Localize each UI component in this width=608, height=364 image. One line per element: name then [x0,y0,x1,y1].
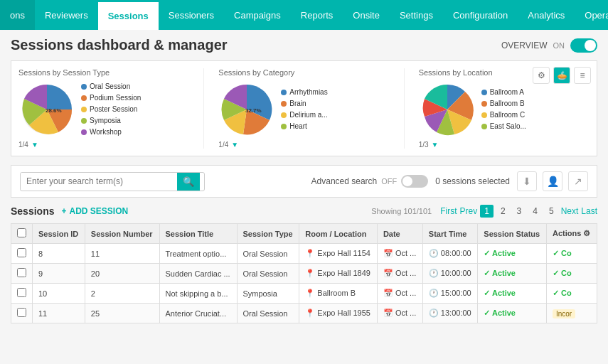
chart-category-nav-down[interactable]: ▼ [231,141,238,149]
select-all-checkbox[interactable] [17,228,26,237]
nav-item-operation[interactable]: Operation [575,0,608,30]
row-status: ✓ Active [478,244,547,264]
row-session-id: 8 [33,244,85,264]
row-session-type: Oral Session [237,244,299,264]
row-action: Incor [546,304,597,323]
table-row: 9 20 Sudden Cardiac ... Oral Session 📍 E… [11,264,597,284]
page-header: Sessions dashboard & manager OVERVIEW ON [11,37,597,53]
header-date: Date [377,224,422,244]
page-5[interactable]: 5 [545,205,558,218]
legend-location: Ballroom A Ballroom B Ballroom C East Sa… [481,87,526,132]
user-icon-btn[interactable]: 👤 [543,171,562,191]
page-title: Sessions dashboard & manager [11,37,228,53]
row-session-type: Oral Session [237,264,299,284]
showing-info: Showing 101/101 [371,207,432,215]
row-start-time: 🕐 15:00:00 [422,284,478,304]
header-start-time: Start Time [422,224,478,244]
nav-item-sessions[interactable]: Sessions [98,0,159,30]
list-view-btn[interactable]: ≡ [574,67,591,84]
advanced-search-toggle[interactable] [401,175,428,188]
header-session-status: Session Status [478,224,547,244]
page-4[interactable]: 4 [528,205,542,218]
row-session-type: Oral Session [237,304,299,323]
chart-type-title: Sessions by Session Type [18,68,189,77]
row-checkbox[interactable] [11,284,33,304]
sessions-table: Session ID Session Number Session Title … [11,223,597,323]
nav-item-sessioners[interactable]: Sessioners [159,0,224,30]
overview-toggle-switch[interactable] [570,38,597,53]
row-action: ✓ Co [546,284,597,304]
last-page-link[interactable]: Last [581,206,597,216]
overview-toggle-area: OVERVIEW ON [501,38,597,53]
chart-type-nav-down[interactable]: ▼ [31,141,38,149]
legend-category: Arrhythmias Brain Delirium a... Heart [281,87,327,132]
row-session-number: 25 [85,304,159,323]
nav-item-analytics[interactable]: Analytics [518,0,575,30]
page-1[interactable]: 1 [480,205,494,218]
header-session-id: Session ID [33,224,85,244]
row-checkbox[interactable] [11,264,33,284]
page-3[interactable]: 3 [513,205,526,218]
chart-category-nav-label: 1/4 [218,141,228,149]
chart-session-type: Sessions by Session Type 28.6% [18,68,189,149]
nav-item-configuration[interactable]: Configuration [443,0,518,30]
nav-item-ons[interactable]: ons [0,0,35,30]
chart-location-nav-down[interactable]: ▼ [432,141,439,149]
row-date: 📅 Oct ... [377,284,422,304]
row-action: ✓ Co [546,264,597,284]
overview-on-label: ON [553,41,565,50]
legend-session-type: Oral Session Podium Session Poster Sessi… [81,81,141,138]
sessions-selected-count: 0 sessions selected [435,176,510,186]
row-date: 📅 Oct ... [377,304,422,323]
top-navigation: ons Reviewers Sessions Sessioners Campai… [0,0,608,30]
svg-text:32.7%: 32.7% [245,107,262,114]
chart-type-nav-label: 1/4 [18,141,28,149]
row-start-time: 🕐 08:00:00 [422,244,478,264]
table-row: 8 11 Treatment optio... Oral Session 📍 E… [11,244,597,264]
sessions-header: Sessions + ADD SESSION Showing 101/101 F… [11,205,597,218]
search-button[interactable]: 🔍 [177,173,200,191]
charts-section: ⚙ 🥧 ≡ Sessions by Session Type [11,60,597,156]
row-location: 📍 Ballroom B [299,284,378,304]
svg-text:28.6%: 28.6% [46,107,62,114]
chart-view-controls: ⚙ 🥧 ≡ [533,67,591,84]
advanced-search-area: Advanced search OFF [311,175,429,188]
row-location: 📍 Expo Hall 1849 [299,264,378,284]
row-checkbox[interactable] [11,304,33,323]
row-location: 📍 Expo Hall 1154 [299,244,378,264]
search-input[interactable] [21,173,177,190]
nav-item-reviewers[interactable]: Reviewers [35,0,98,30]
download-icon-btn[interactable]: ⬇ [517,171,537,191]
sessions-label: Sessions [11,205,54,217]
nav-item-campaigns[interactable]: Campaigns [224,0,291,30]
table-row: 11 25 Anterior Cruciat... Oral Session 📍… [11,304,597,323]
advanced-search-label: Advanced search [311,176,378,186]
add-session-button[interactable]: + ADD SESSION [61,206,128,216]
chart-location-nav: 1/3 ▼ [419,141,590,149]
chart-category-title: Sessions by Category [218,68,389,77]
nav-item-onsite[interactable]: Onsite [343,0,390,30]
chart-category-nav: 1/4 ▼ [218,141,389,149]
nav-item-reports[interactable]: Reports [291,0,343,30]
first-page-link[interactable]: First [440,206,457,216]
gear-icon-btn[interactable]: ⚙ [533,67,550,84]
prev-page-link[interactable]: Prev [460,206,478,216]
next-page-link[interactable]: Next [561,206,579,216]
export-icon-btn[interactable]: ↗ [568,171,588,191]
row-session-id: 11 [33,304,85,323]
row-session-type: Symposia [237,284,299,304]
pie-chart-view-btn[interactable]: 🥧 [553,67,570,84]
header-checkbox-col [11,224,33,244]
row-start-time: 🕐 13:00:00 [422,304,478,323]
row-location: 📍 Expo Hall 1955 [299,304,378,323]
action-icons-area: ⬇ 👤 ↗ [517,171,588,191]
page-2[interactable]: 2 [496,205,510,218]
row-checkbox[interactable] [11,244,33,264]
row-session-title: Treatment optio... [159,244,237,264]
row-status: ✓ Active [478,264,547,284]
nav-item-settings[interactable]: Settings [390,0,443,30]
row-session-number: 20 [85,264,159,284]
header-session-title: Session Title [159,224,237,244]
header-session-number: Session Number [85,224,159,244]
chart-type-nav: 1/4 ▼ [18,141,189,149]
